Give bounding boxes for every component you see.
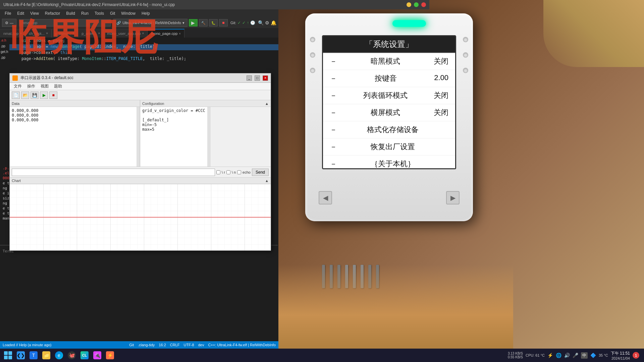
bluetooth-icon[interactable]: 🔷 — [590, 353, 596, 358]
serial-checkbox-n[interactable] — [226, 170, 230, 174]
tab-chtask[interactable]: ch_task... × — [25, 29, 52, 38]
tab-pcomp-label: p_comp... — [55, 32, 71, 36]
power-icon[interactable]: ⚡ — [547, 353, 553, 358]
serial-menu-ops[interactable]: 操作 — [25, 83, 37, 89]
screen-item-list-loop-dash: － — [330, 90, 337, 101]
serial-monitor-window: 串口示波器 0.3.4 - default.scc _ □ ✕ 文件 操作 视图… — [9, 73, 271, 251]
tab-monouser[interactable]: mono_user_app.cpp × — [104, 29, 148, 38]
notification-badge[interactable]: 1 — [633, 352, 639, 359]
tab-pcomp-close[interactable]: × — [72, 32, 74, 35]
taskbar-clion[interactable]: CL — [78, 349, 91, 361]
serial-minimize-btn[interactable]: _ — [247, 75, 252, 81]
search-icon[interactable]: 🔍 — [258, 20, 264, 25]
menu-build[interactable]: Build — [63, 10, 78, 16]
serial-open-btn[interactable]: 📂 — [21, 92, 29, 99]
menu-refactor[interactable]: Refactor — [42, 10, 63, 16]
screen-item-format: － 格式化存储设备 — [323, 121, 455, 138]
menu-git[interactable]: Git — [107, 10, 118, 16]
settings-icon: ⚙ — [5, 21, 8, 25]
serial-send-button[interactable]: Send — [252, 169, 269, 176]
code-editor[interactable]: 17 ui_t index = page; 18 auto page = new… — [0, 38, 278, 74]
taskbar-explorer[interactable]: 📁 — [40, 349, 52, 361]
serial-menu-file[interactable]: 文件 — [12, 83, 24, 89]
ide-menu-bar: File Edit View Refactor Build Run Tools … — [0, 9, 278, 17]
menu-view[interactable]: View — [28, 10, 42, 16]
serial-restore-btn[interactable]: □ — [255, 75, 260, 81]
minimize-button[interactable] — [407, 2, 411, 7]
tab-panim-close[interactable]: × — [98, 32, 100, 35]
serial-toolbar: 📄 📂 💾 ▶ ■ — [10, 90, 271, 100]
tab-monopage-close[interactable]: × — [179, 32, 181, 36]
menu-file[interactable]: File — [2, 10, 14, 16]
debug-button[interactable]: 🐛 — [209, 19, 218, 26]
notifications-icon[interactable]: 🔔 — [271, 20, 276, 25]
status-git[interactable]: Git — [129, 343, 134, 347]
build-button[interactable]: 🔨 — [199, 19, 208, 26]
device-right-dots — [463, 37, 468, 73]
chart-header-label: Chart — [12, 179, 21, 183]
stop-run-button[interactable]: ■ — [219, 19, 228, 26]
toolbar-git: Git: ✓ ✓ ↑ 🕐 — [230, 20, 255, 25]
serial-label-r: \ r — [222, 170, 225, 174]
tab-pcomp[interactable]: p_comp... × — [52, 29, 78, 38]
serial-close-btn[interactable]: ✕ — [263, 75, 268, 81]
serial-save-btn[interactable]: 💾 — [31, 92, 39, 99]
system-clock[interactable]: 下午 11:51 2024/11/04 — [611, 351, 630, 360]
config-content: grid_v_origin_color = #CCC [_default_] m… — [140, 107, 207, 167]
menu-run[interactable]: Run — [78, 10, 91, 16]
taskbar-app1[interactable]: 🔌 — [91, 349, 103, 361]
config-scrollbar[interactable] — [207, 107, 211, 167]
screen-item-dark-mode-value: 关闭 — [434, 56, 448, 66]
taskbar-github[interactable]: 🐙 — [66, 349, 78, 361]
menu-help[interactable]: Help — [139, 10, 153, 16]
data-scrollbar[interactable] — [137, 107, 140, 167]
clock-date: 2024/11/04 — [611, 356, 630, 360]
gear-icon[interactable]: ⚙ — [265, 20, 269, 25]
toolbar-settings[interactable]: ⚙ — — [2, 19, 16, 27]
hand-top-right — [543, 0, 644, 67]
taskbar-edge[interactable]: e — [53, 349, 65, 361]
menu-tools[interactable]: Tools — [92, 10, 107, 16]
serial-checkbox-echo[interactable] — [237, 170, 241, 174]
tab-chtask-close[interactable]: × — [46, 32, 48, 35]
tab-nmat[interactable]: nmat.cpp × — [0, 29, 25, 38]
nav-right-btn: ▶ — [446, 191, 460, 204]
run-button[interactable]: ▶ — [189, 19, 198, 26]
close-button[interactable] — [421, 2, 426, 7]
serial-menu-help[interactable]: 题助 — [52, 83, 64, 89]
run-config-selector[interactable]: 🔗 UltraLink-F4-fw.elf | RelWithDebInfo ▾ — [113, 19, 187, 27]
serial-input-field[interactable] — [12, 169, 215, 176]
serial-menu-view[interactable]: 视图 — [39, 83, 51, 89]
tab-monouser-label: mono_user_app.cpp — [107, 32, 141, 36]
tab-monouser-close[interactable]: × — [142, 32, 144, 35]
chart-area — [10, 184, 271, 250]
serial-new-btn[interactable]: 📄 — [12, 92, 20, 99]
config-expand-icon[interactable]: ▲ — [265, 102, 269, 106]
taskbar-app2[interactable]: ⚡ — [104, 349, 116, 361]
status-config: C++: UltraLink-F4-fw.elf | RelWithDebInf… — [208, 343, 276, 347]
screen-item-key-sound-label: 按键音 — [375, 73, 397, 83]
input-method-indicator[interactable]: 中 — [581, 352, 588, 359]
data-header-label: Data — [12, 102, 19, 106]
maximize-button[interactable] — [414, 2, 419, 7]
tab-monopage[interactable]: mono_page.cpp × — [148, 29, 184, 38]
tab-panim[interactable]: p_anim... × — [78, 29, 104, 38]
taskbar-vscode[interactable]: ❮❯ — [15, 349, 27, 361]
left-dot-1 — [310, 37, 315, 42]
network-icon[interactable]: 🌐 — [556, 353, 561, 358]
taskbar-typora[interactable]: T — [28, 349, 40, 361]
run-config-icon: 🔗 — [116, 21, 121, 25]
serial-checkbox-r[interactable] — [216, 170, 220, 174]
speaker-icon[interactable]: 🔊 — [564, 353, 570, 358]
serial-stop-btn[interactable]: ■ — [49, 92, 57, 99]
start-button[interactable] — [2, 349, 14, 361]
screen-item-landscape-label: 横屏模式 — [371, 108, 400, 118]
tab-nmat-close[interactable]: × — [20, 32, 22, 35]
status-branch: dev — [198, 343, 204, 347]
serial-run-btn[interactable]: ▶ — [40, 92, 48, 99]
menu-window[interactable]: Window — [118, 10, 138, 16]
mic-icon[interactable]: 🎤 — [573, 353, 578, 358]
notification-count: 1 — [635, 354, 637, 357]
menu-edit[interactable]: Edit — [14, 10, 27, 16]
chart-expand-icon[interactable]: ▲ — [265, 179, 269, 183]
